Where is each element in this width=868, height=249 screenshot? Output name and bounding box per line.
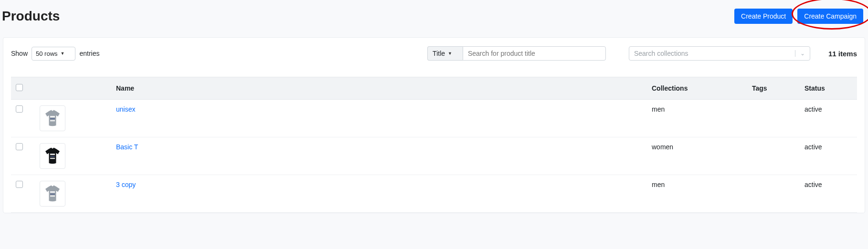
product-status: active [800,100,857,137]
product-thumbnail[interactable] [40,105,65,131]
caret-down-icon: ▼ [448,51,452,56]
show-label: Show [11,50,28,57]
column-header-tags: Tags [747,77,800,100]
items-count: 11 items [828,50,857,58]
rows-per-page-value: 50 rows [36,50,58,57]
caret-down-icon: ▼ [61,51,65,56]
product-collections: men [647,100,747,137]
create-campaign-button[interactable]: Create Campaign [797,9,863,24]
product-collections: women [647,137,747,175]
svg-rect-3 [50,154,55,155]
select-all-checkbox[interactable] [16,84,23,91]
svg-rect-8 [50,196,55,197]
product-thumbnail[interactable] [40,181,65,207]
product-status: active [800,137,857,175]
svg-rect-0 [50,116,55,117]
product-collections: men [647,175,747,213]
product-thumbnail[interactable] [40,143,65,169]
tshirt-icon [43,109,62,128]
chevron-down-icon: ⌄ [795,50,805,57]
row-checkbox[interactable] [16,181,23,188]
search-group: Title ▼ [427,46,606,61]
svg-rect-2 [50,120,55,122]
header-actions: Create Product Create Campaign [734,9,863,24]
svg-rect-5 [50,158,55,159]
search-field-value: Title [433,50,445,57]
row-checkbox[interactable] [16,143,23,150]
table-row: Basic Twomenactive [11,137,857,175]
page-title: Products [2,9,60,24]
column-header-name: Name [111,77,647,100]
product-status: active [800,175,857,213]
product-name-link[interactable]: Basic T [116,143,138,151]
svg-rect-7 [50,194,55,195]
svg-rect-6 [50,191,55,193]
search-input[interactable] [463,46,606,61]
collections-select[interactable]: Search collections ⌄ [629,46,810,61]
collections-placeholder: Search collections [634,50,688,57]
rows-per-page-select[interactable]: 50 rows ▼ [32,47,75,61]
products-panel: Show 50 rows ▼ entries Title ▼ Search co… [3,37,865,213]
table-header-row: Name Collections Tags Status [11,77,857,100]
page-header: Products Create Product Create Campaign [0,0,868,24]
product-name-link[interactable]: unisex [116,105,135,113]
product-name-link[interactable]: 3 copy [116,181,136,188]
create-product-button[interactable]: Create Product [734,9,793,24]
product-tags [747,137,800,175]
entries-label: entries [79,50,99,57]
table-row: unisexmenactive [11,100,857,137]
svg-rect-4 [50,156,55,157]
toolbar: Show 50 rows ▼ entries Title ▼ Search co… [3,38,865,77]
tshirt-icon [43,184,62,203]
product-tags [747,100,800,137]
column-header-status: Status [800,77,857,100]
product-tags [747,175,800,213]
svg-rect-1 [50,118,55,119]
products-table: Name Collections Tags Status unisexmenac… [11,77,857,213]
column-header-collections: Collections [647,77,747,100]
search-field-select[interactable]: Title ▼ [427,46,463,61]
row-checkbox[interactable] [16,105,23,113]
tshirt-icon [43,146,62,166]
table-row: 3 copymenactive [11,175,857,213]
